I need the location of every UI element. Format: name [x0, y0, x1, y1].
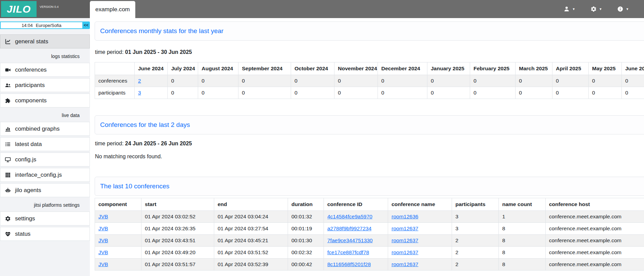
heart-pulse-icon — [5, 231, 11, 237]
sidebar-section-label: live data — [0, 109, 90, 122]
component-link[interactable]: JVB — [98, 237, 108, 243]
sidebar-item-label: components — [15, 97, 47, 104]
current-time: 14:04 — [22, 23, 33, 28]
month-column-header: October 2024 — [291, 62, 334, 75]
last-10-conferences-card: The last 10 conferences — [95, 177, 644, 196]
jilo-logo[interactable]: JILO — [1, 1, 37, 17]
cell-duration: 00:02:32 — [288, 247, 324, 259]
component-link[interactable]: JVB — [98, 214, 108, 219]
cell-name-count: 1 — [499, 211, 546, 223]
sidebar-item-label: conferences — [15, 67, 47, 73]
puzzle-piece-icon — [5, 98, 11, 104]
stat-cell: 0 — [198, 87, 238, 99]
gear-icon — [5, 216, 11, 222]
cell-name-count: 8 — [499, 235, 546, 247]
time-period-label: time period: — [95, 141, 124, 146]
cell-conference-host: conference.meet.example.com — [546, 211, 644, 223]
cell-end: 01 Apr 2024 03:52:39 — [214, 259, 288, 271]
no-records-message: No matching records found. — [95, 154, 644, 160]
component-link[interactable]: JVB — [98, 249, 108, 255]
chevron-down-icon: ▾ — [626, 7, 628, 11]
cell-conference-id: 7fae9ce344751330 — [324, 235, 388, 247]
stat-cell: 0 — [589, 75, 622, 87]
monthly-stats-table: June 2024July 2024August 2024September 2… — [95, 62, 644, 99]
stat-cell: 0 — [378, 87, 427, 99]
cell-start: 01 Apr 2024 03:43:51 — [141, 235, 214, 247]
sidebar-item-status[interactable]: status — [0, 227, 90, 241]
sidebar-item-config-js[interactable]: config.js — [0, 152, 90, 166]
sidebar-item-settings[interactable]: settings — [0, 212, 90, 226]
row-label: participants — [95, 87, 135, 99]
header-row: June 2024July 2024August 2024September 2… — [95, 62, 644, 75]
cell-component: JVB — [95, 211, 141, 223]
sidebar-item-label: settings — [15, 215, 35, 222]
time-display: 14:04 Europe/Sofia — [0, 21, 82, 29]
sidebar-item-label: config.js — [15, 156, 36, 163]
sidebar-item-general-stats[interactable]: general stats — [0, 34, 90, 48]
conference-id-link[interactable]: 7fae9ce344751330 — [327, 237, 373, 243]
table-header: componentstartenddurationconference IDco… — [95, 198, 644, 211]
cell-name-count: 8 — [499, 259, 546, 271]
monthly-stats-row: conferences2000000000000 — [95, 75, 644, 87]
sidebar-section-label: logs statistics — [0, 50, 90, 63]
desktop-icon — [5, 157, 11, 163]
column-header: participants — [452, 198, 499, 211]
cell-duration: 00:01:30 — [288, 235, 324, 247]
conference-name-link[interactable]: room12637 — [392, 261, 418, 267]
conference-name-link[interactable]: room12637 — [392, 226, 418, 231]
month-column-header: July 2024 — [168, 62, 198, 75]
cell-conference-id: fce17ce887fcdf78 — [324, 247, 388, 259]
sidebar-item-label: interface_config.js — [15, 172, 62, 178]
month-column-header: February 2025 — [470, 62, 516, 75]
sidebar-item-participants[interactable]: participants — [0, 78, 90, 92]
sidebar-item-latest-data[interactable]: latest data — [0, 137, 90, 151]
settings-menu[interactable]: ▾ — [590, 0, 602, 18]
sidebar-item-interface-config-js[interactable]: interface_config.js — [0, 168, 90, 182]
sidebar-item-components[interactable]: components — [0, 93, 90, 107]
timezone-label: Europe/Sofia — [36, 23, 61, 28]
stat-cell: 0 — [291, 87, 334, 99]
conferences-count-link[interactable]: 2 — [138, 78, 141, 84]
last-10-conferences-heading: The last 10 conferences — [100, 183, 644, 190]
column-header: duration — [288, 198, 324, 211]
conference-name-link[interactable]: room12636 — [392, 214, 418, 219]
month-column-header: August 2024 — [198, 62, 238, 75]
participants-count-link[interactable]: 3 — [138, 90, 141, 96]
column-header: conference host — [546, 198, 644, 211]
sidebar: 14:04 Europe/Sofia << general statslogs … — [0, 18, 90, 276]
info-menu[interactable]: ▾ — [617, 0, 628, 18]
cell-end: 01 Apr 2024 03:04:24 — [214, 211, 288, 223]
component-link[interactable]: JVB — [98, 226, 108, 231]
user-menu[interactable]: ▾ — [563, 0, 575, 18]
conference-id-link[interactable]: a2788f9bf9927234 — [327, 226, 371, 231]
month-column-header: December 2024 — [378, 62, 427, 75]
conference-id-link[interactable]: 8c116568f5201f28 — [327, 261, 371, 267]
tab-label: example.com — [95, 6, 130, 13]
conference-id-link[interactable]: fce17ce887fcdf78 — [327, 249, 369, 255]
sidebar-item-conferences[interactable]: conferences — [0, 63, 90, 77]
cell-component: JVB — [95, 259, 141, 271]
sidebar-collapse-button[interactable]: << — [82, 21, 90, 29]
cell-participants: 2 — [452, 235, 499, 247]
stat-cell: 0 — [622, 87, 644, 99]
month-column-header: May 2025 — [589, 62, 622, 75]
cell-start: 01 Apr 2024 03:26:35 — [141, 223, 214, 235]
sidebar-item-jilo-agents[interactable]: jilo agents — [0, 183, 90, 197]
column-header: conference name — [388, 198, 452, 211]
cell-conference-id: 4c14584fce9a5970 — [324, 211, 388, 223]
conference-row: JVB01 Apr 2024 03:26:3501 Apr 2024 03:27… — [95, 223, 644, 235]
conference-name-link[interactable]: room12637 — [392, 237, 418, 243]
conference-id-link[interactable]: 4c14584fce9a5970 — [327, 214, 372, 219]
tab-example-com[interactable]: example.com — [90, 1, 135, 18]
cell-conference-host: conference.meet.example.com — [546, 235, 644, 247]
stat-cell: 2 — [135, 75, 168, 87]
table-body: JVB01 Apr 2024 03:02:5201 Apr 2024 03:04… — [95, 211, 644, 271]
sidebar-item-combined-graphs[interactable]: combined graphs — [0, 122, 90, 136]
component-link[interactable]: JVB — [98, 261, 108, 267]
row-label: conferences — [95, 75, 135, 87]
conference-name-link[interactable]: room12637 — [392, 249, 418, 255]
table-body: conferences2000000000000participants3000… — [95, 75, 644, 99]
sidebar-item-label: jilo agents — [15, 187, 41, 194]
chart-line-icon — [5, 39, 11, 45]
cell-name-count: 8 — [499, 223, 546, 235]
